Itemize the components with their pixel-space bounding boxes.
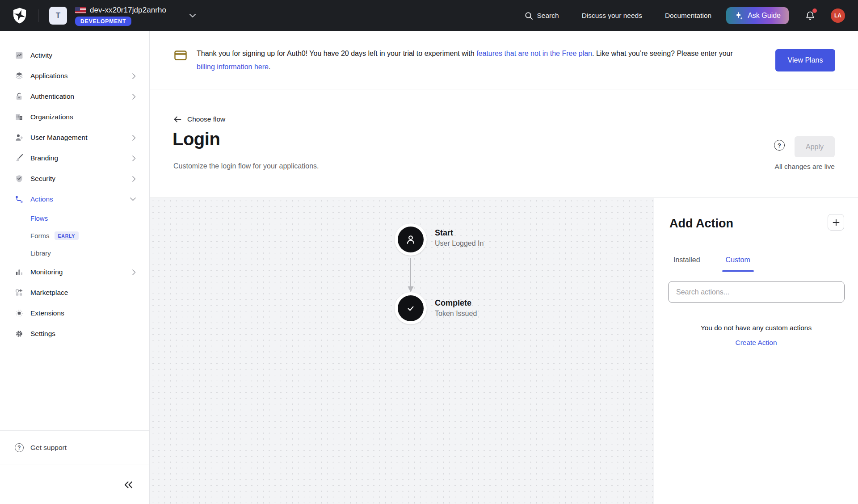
environment-badge: DEVELOPMENT — [75, 17, 131, 26]
double-chevron-left-icon — [124, 481, 133, 488]
activity-icon — [15, 51, 24, 60]
sidebar-nav: Activity Applications Authentication — [0, 31, 149, 344]
search-actions-input[interactable] — [668, 281, 845, 303]
flow-header: Choose flow Login Customize the login fl… — [150, 90, 858, 198]
chevron-down-icon — [130, 197, 136, 201]
billing-information-link[interactable]: billing information here — [197, 63, 269, 71]
chevron-right-icon — [132, 269, 136, 275]
sidebar: Activity Applications Authentication — [0, 31, 150, 504]
search-button[interactable]: Search — [525, 12, 559, 20]
sidebar-item-extensions[interactable]: Extensions — [0, 303, 149, 323]
tenant-avatar[interactable]: T — [49, 7, 67, 25]
extensions-chip-icon — [15, 309, 24, 318]
flow-connector-arrow — [406, 257, 416, 293]
topbar-right: Search Discuss your needs Documentation … — [525, 7, 845, 24]
help-circle-icon: ? — [15, 443, 24, 452]
documentation-link[interactable]: Documentation — [665, 12, 711, 20]
applications-icon — [15, 71, 24, 80]
user-management-icon — [15, 133, 24, 142]
tenant-chevron-down-icon[interactable] — [189, 14, 196, 17]
chevron-right-icon — [132, 73, 136, 79]
create-action-link[interactable]: Create Action — [735, 339, 777, 347]
collapse-sidebar-button[interactable] — [124, 481, 133, 488]
complete-node-label: Complete Token Issued — [435, 298, 477, 318]
chevron-right-icon — [132, 176, 136, 182]
get-support-link[interactable]: ? Get support — [0, 430, 149, 465]
page-title: Login — [172, 129, 220, 149]
apply-button[interactable]: Apply — [795, 136, 835, 157]
sidebar-item-actions[interactable]: Actions — [0, 189, 149, 210]
empty-message: You do not have any custom actions — [668, 324, 844, 332]
trial-banner-text: Thank you for signing up for Auth0! You … — [197, 47, 737, 74]
free-plan-features-link[interactable]: features that are not in the Free plan — [476, 50, 592, 57]
help-icon[interactable]: ? — [774, 140, 785, 151]
check-icon — [405, 303, 416, 314]
search-label: Search — [537, 12, 559, 20]
tenant-switcher[interactable]: dev-xx20r17jdp2anrho DEVELOPMENT — [75, 6, 166, 26]
notification-dot — [812, 8, 817, 13]
user-icon — [404, 233, 417, 246]
sidebar-item-organizations[interactable]: Organizations — [0, 107, 149, 127]
actions-flow-icon — [15, 195, 24, 204]
back-arrow-icon — [173, 116, 181, 122]
gear-icon — [15, 329, 24, 338]
ask-guide-label: Ask Guide — [748, 12, 781, 20]
tenant-name: dev-xx20r17jdp2anrho — [90, 6, 166, 15]
sparkle-icon — [734, 11, 744, 21]
sidebar-subitem-forms[interactable]: Forms EARLY — [0, 227, 149, 244]
organizations-icon — [15, 113, 24, 122]
topbar: T dev-xx20r17jdp2anrho DEVELOPMENT Searc… — [0, 0, 858, 31]
sidebar-item-activity[interactable]: Activity — [0, 45, 149, 66]
auth0-dashboard: T dev-xx20r17jdp2anrho DEVELOPMENT Searc… — [0, 0, 858, 504]
shield-check-icon — [15, 174, 24, 183]
search-icon — [525, 12, 533, 20]
sidebar-item-monitoring[interactable]: Monitoring — [0, 262, 149, 282]
lock-icon — [15, 92, 24, 101]
start-node-circle — [398, 227, 424, 252]
topbar-left: T dev-xx20r17jdp2anrho DEVELOPMENT — [12, 6, 196, 26]
add-action-plus-button[interactable] — [828, 214, 844, 231]
add-action-panel: Add Action Installed Custom You do not h… — [654, 198, 858, 504]
early-badge: EARLY — [55, 231, 79, 240]
back-label: Choose flow — [187, 115, 225, 123]
chevron-right-icon — [132, 155, 136, 161]
sidebar-item-settings[interactable]: Settings — [0, 323, 149, 344]
chevron-right-icon — [132, 135, 136, 141]
tab-custom[interactable]: Custom — [722, 256, 754, 271]
bar-chart-icon — [15, 268, 24, 277]
empty-state: You do not have any custom actions Creat… — [668, 324, 844, 347]
changes-live-status: All changes are live — [775, 163, 835, 171]
sidebar-item-branding[interactable]: Branding — [0, 148, 149, 168]
trial-banner: Thank you for signing up for Auth0! You … — [150, 31, 858, 89]
sidebar-item-authentication[interactable]: Authentication — [0, 86, 149, 107]
view-plans-button[interactable]: View Plans — [775, 49, 835, 71]
sidebar-item-marketplace[interactable]: Marketplace — [0, 282, 149, 303]
topbar-divider — [38, 9, 38, 22]
sidebar-bottom: ? Get support — [0, 430, 149, 504]
flow-canvas[interactable]: Start User Logged In Complete Token Issu… — [150, 198, 654, 504]
sidebar-item-applications[interactable]: Applications — [0, 66, 149, 86]
sidebar-item-user-management[interactable]: User Management — [0, 127, 149, 148]
panel-header: Add Action — [668, 214, 844, 231]
sidebar-collapse-row — [0, 465, 149, 504]
sidebar-subitem-library[interactable]: Library — [0, 244, 149, 262]
action-tabs: Installed Custom — [668, 256, 844, 271]
discuss-your-needs-link[interactable]: Discuss your needs — [582, 12, 642, 20]
notifications-button[interactable] — [805, 10, 816, 21]
credit-card-icon — [174, 50, 187, 60]
panel-title: Add Action — [668, 214, 733, 231]
ask-guide-button[interactable]: Ask Guide — [726, 7, 789, 24]
sidebar-subitem-flows[interactable]: Flows — [0, 210, 149, 227]
complete-node-circle — [398, 295, 424, 321]
plus-icon — [833, 219, 840, 226]
user-avatar[interactable]: LA — [831, 8, 845, 23]
start-node-label: Start User Logged In — [435, 228, 484, 248]
flow-node-complete[interactable] — [395, 292, 427, 324]
flow-node-start[interactable] — [395, 223, 427, 256]
sidebar-item-security[interactable]: Security — [0, 168, 149, 189]
choose-flow-back-link[interactable]: Choose flow — [173, 115, 225, 123]
us-flag-icon — [75, 7, 86, 13]
chevron-right-icon — [132, 94, 136, 100]
tab-installed[interactable]: Installed — [670, 256, 704, 271]
auth0-logo-icon — [12, 7, 27, 24]
